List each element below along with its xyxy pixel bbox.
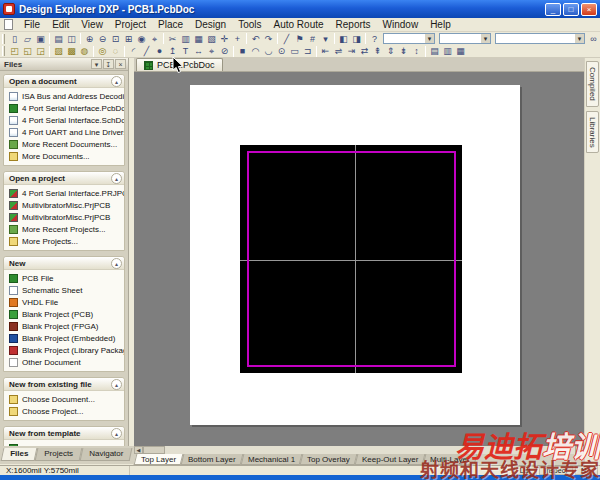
restore-button[interactable]: □ [563, 3, 579, 16]
files-panel-item[interactable]: Blank Project (PCB) [4, 308, 124, 320]
paste-icon[interactable]: ▦ [192, 33, 205, 45]
interactive-routing-icon[interactable]: ╱ [280, 33, 293, 45]
distribute-horizontal-icon[interactable]: ⇄ [358, 45, 371, 57]
files-panel-item[interactable]: 4 Port Serial Interface.SchDoc [4, 114, 124, 126]
panel-tab[interactable]: Files [1, 448, 38, 461]
title-bar[interactable]: Design Explorer DXP - PCB1.PcbDoc _ □ × [0, 0, 600, 18]
scroll-right-icon[interactable]: ▶ [575, 446, 584, 454]
combo-box-1[interactable]: ▾ [383, 33, 435, 44]
document-system-menu-icon[interactable] [4, 19, 13, 30]
layer-tab[interactable]: Keep-Out Layer [354, 454, 425, 465]
status-button[interactable]: Inspect [539, 466, 574, 475]
align-left-icon[interactable]: ⇤ [319, 45, 332, 57]
menu-item[interactable]: File [18, 19, 46, 30]
copy-icon[interactable]: ▥ [179, 33, 192, 45]
files-panel-item[interactable]: Choose Document... [4, 393, 124, 405]
highlight-connections-icon[interactable]: ⚑ [293, 33, 306, 45]
menu-item[interactable]: View [75, 19, 109, 30]
fit-board-icon[interactable]: ⊞ [122, 33, 135, 45]
files-panel-item[interactable]: Schematic Sheet [4, 284, 124, 296]
align-horizontal-center-icon[interactable]: ⇌ [332, 45, 345, 57]
right-panel-tab[interactable]: Compiled [586, 61, 599, 107]
layer-tab[interactable]: Top Overlay [299, 454, 356, 465]
files-panel-item[interactable]: Other Document [4, 356, 124, 368]
collapse-chevron-icon[interactable]: ▴ [111, 379, 122, 390]
arc-any-angle-icon[interactable]: ◡ [262, 45, 275, 57]
snap-grid-icon[interactable]: # [306, 33, 319, 45]
scrollbar-thumb[interactable] [143, 446, 165, 454]
section-header[interactable]: New from template ▴ [4, 427, 124, 440]
align-top-icon[interactable]: ⇞ [371, 45, 384, 57]
files-panel-item[interactable]: MultivibratorMisc.PrjPCB [4, 199, 124, 211]
combo-box-3[interactable]: ▾ [495, 33, 585, 44]
files-panel-item[interactable]: Blank Project (Library Package) [4, 344, 124, 356]
menu-item[interactable]: Design [189, 19, 232, 30]
panel-pin-icon[interactable]: ↧ [103, 59, 114, 69]
menu-item[interactable]: Help [424, 19, 457, 30]
layer-tab[interactable]: Top Layer [134, 454, 184, 465]
files-panel-item[interactable]: MultivibratorMisc.PrjPCB [4, 211, 124, 223]
next-document-icon[interactable]: ◨ [350, 33, 363, 45]
files-panel-item[interactable]: More Recent Documents... [4, 138, 124, 150]
layer-tab[interactable]: Bottom Layer [181, 454, 243, 465]
unroute-all-icon[interactable]: ▩ [65, 45, 78, 57]
chevron-down-icon[interactable]: ▾ [481, 34, 490, 43]
right-panel-tab[interactable]: Libraries [586, 111, 599, 154]
redo-icon[interactable]: ↷ [262, 33, 275, 45]
section-header[interactable]: Open a project ▴ [4, 172, 124, 185]
status-button[interactable]: List [514, 466, 537, 475]
place-arc-edge-icon[interactable]: ◜ [127, 45, 140, 57]
route-all-icon[interactable]: ▨ [52, 45, 65, 57]
previous-document-icon[interactable]: ◧ [337, 33, 350, 45]
panel-menu-chevron-icon[interactable]: ▾ [91, 59, 102, 69]
section-header[interactable]: New from existing file ▴ [4, 378, 124, 391]
files-panel-item[interactable]: Choose Project... [4, 405, 124, 417]
place-room-icon[interactable]: ⊐ [301, 45, 314, 57]
menu-item[interactable]: Edit [46, 19, 75, 30]
menu-item[interactable]: Auto Route [268, 19, 330, 30]
design-rule-check-icon[interactable]: ◎ [96, 45, 109, 57]
clear-selection-icon[interactable]: ✛ [218, 33, 231, 45]
files-panel-item[interactable]: 4 Port UART and Line Drivers.SchDoc [4, 126, 124, 138]
files-panel-item[interactable]: Blank Project (Embedded) [4, 332, 124, 344]
combo-box-2[interactable]: ▾ [439, 33, 491, 44]
scroll-left-icon[interactable]: ◀ [134, 446, 143, 454]
full-circle-icon[interactable]: ⊙ [275, 45, 288, 57]
align-bottom-icon[interactable]: ⇟ [397, 45, 410, 57]
fit-document-icon[interactable]: ⊡ [109, 33, 122, 45]
horizontal-scrollbar[interactable]: ◀ ▶ [134, 446, 584, 454]
files-panel-item[interactable]: 4 Port Serial Interface.PcbDoc [4, 102, 124, 114]
menu-item[interactable]: Project [109, 19, 152, 30]
place-coordinate-icon[interactable]: ⌖ [205, 45, 218, 57]
place-rectangle-icon[interactable]: ▭ [288, 45, 301, 57]
zoom-in-icon[interactable]: ⊕ [83, 33, 96, 45]
zoom-selection-icon[interactable]: ◉ [135, 33, 148, 45]
place-keepout-icon[interactable]: ⊘ [218, 45, 231, 57]
status-button[interactable]: N... [575, 466, 598, 475]
close-button[interactable]: × [581, 3, 597, 16]
arc-center-icon[interactable]: ◠ [249, 45, 262, 57]
arrange-within-room-icon[interactable]: ▤ [428, 45, 441, 57]
toolbar-grip[interactable] [2, 34, 5, 44]
undo-icon[interactable]: ↶ [249, 33, 262, 45]
cross-probe-icon[interactable]: ⌖ [148, 33, 161, 45]
collapse-chevron-icon[interactable]: ▴ [111, 76, 122, 87]
place-dimension-icon[interactable]: ↔ [192, 45, 205, 57]
help-icon[interactable]: ? [368, 33, 381, 45]
layer-tab[interactable]: Multi-Layer [423, 454, 477, 465]
collapse-chevron-icon[interactable]: ▴ [111, 258, 122, 269]
print-icon[interactable]: ▤ [52, 33, 65, 45]
collapse-chevron-icon[interactable]: ▴ [111, 173, 122, 184]
minimize-button[interactable]: _ [545, 3, 561, 16]
collapse-chevron-icon[interactable]: ▴ [111, 428, 122, 439]
files-panel-item[interactable]: Blank Project (FPGA) [4, 320, 124, 332]
menu-item[interactable]: Reports [330, 19, 377, 30]
files-panel-item[interactable]: VHDL File [4, 296, 124, 308]
align-vertical-center-icon[interactable]: ⇕ [384, 45, 397, 57]
files-panel-item[interactable]: More Recent Projects... [4, 223, 124, 235]
board-information-icon[interactable]: ◌ [109, 45, 122, 57]
distribute-vertical-icon[interactable]: ↕ [410, 45, 423, 57]
panel-tab[interactable]: Projects [35, 448, 83, 461]
place-via-icon[interactable]: ↥ [166, 45, 179, 57]
grid-dropdown-icon[interactable]: ▾ [319, 33, 332, 45]
